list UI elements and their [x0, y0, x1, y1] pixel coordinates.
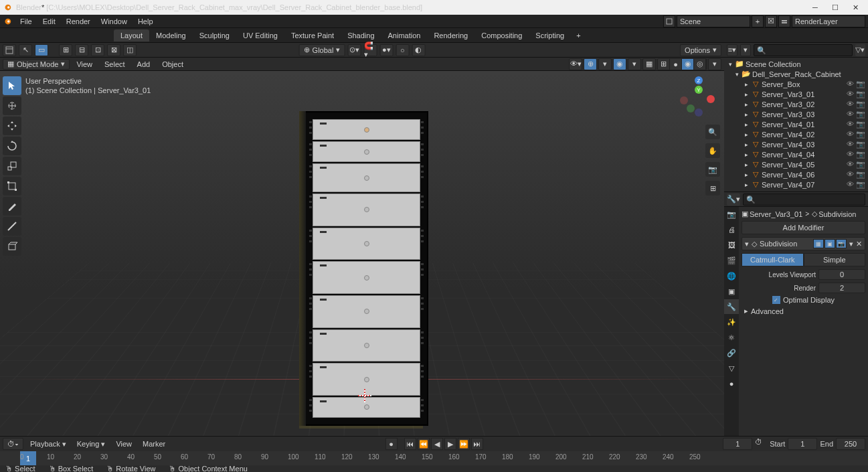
timeline-menu-marker[interactable]: Marker: [139, 440, 169, 448]
jump-next-key-button[interactable]: ⏩: [458, 438, 470, 450]
proportional-connected[interactable]: ◐: [412, 44, 425, 56]
outliner-search-input[interactable]: [754, 44, 853, 56]
vp-menu-view[interactable]: View: [71, 60, 98, 68]
mod-delete[interactable]: ✕: [856, 240, 862, 248]
outliner-item[interactable]: ▸▽Server_Var3_03👁📷: [724, 109, 868, 119]
tab-texture-paint[interactable]: Texture Paint: [284, 29, 341, 42]
nav-gizmo[interactable]: Z Y: [679, 76, 716, 114]
outliner-item[interactable]: ▸▽Server_Var3_02👁📷: [724, 99, 868, 109]
camera-icon[interactable]: 📷: [856, 140, 865, 149]
mod-display-edit[interactable]: ▦: [813, 239, 824, 248]
eye-icon[interactable]: 👁: [845, 80, 855, 88]
outliner-item[interactable]: ▸▽Server_Var4_02👁📷: [724, 129, 868, 139]
prop-tab-output[interactable]: 🖨: [724, 222, 739, 237]
proportional-falloff[interactable]: ○: [396, 44, 409, 56]
prop-tab-object[interactable]: ▣: [724, 284, 739, 299]
outliner-item[interactable]: ▸▽Server_Var4_01👁📷: [724, 119, 868, 129]
camera-icon[interactable]: 📷: [856, 170, 865, 179]
prop-tab-mesh[interactable]: ▽: [724, 361, 739, 376]
tab-scripting[interactable]: Scripting: [529, 29, 571, 42]
subdiv-simple[interactable]: Simple: [804, 253, 866, 266]
scene-name-input[interactable]: [677, 15, 750, 27]
menu-window[interactable]: Window: [96, 17, 133, 25]
eye-icon[interactable]: 👁: [845, 110, 855, 119]
tool-cursor[interactable]: [3, 96, 21, 115]
editor-type-button[interactable]: [3, 44, 16, 56]
gizmo-dropdown[interactable]: ▾: [598, 58, 612, 70]
gizmo-neg-x[interactable]: [680, 96, 688, 104]
menu-help[interactable]: Help: [133, 17, 159, 25]
timeline-ruler[interactable]: 1 01020304050607080901001101201301401501…: [0, 451, 868, 465]
tool-rotate[interactable]: [3, 137, 21, 155]
close-button[interactable]: ✕: [845, 0, 865, 15]
select-tool-icon[interactable]: ▭: [35, 44, 48, 56]
eye-icon[interactable]: 👁: [845, 150, 855, 159]
outliner-item[interactable]: ▸▽Server_Var4_04👁📷: [724, 149, 868, 159]
outliner-scene-collection[interactable]: ▾📁Scene Collection: [724, 59, 868, 69]
eye-icon[interactable]: 👁: [845, 180, 855, 189]
tab-uv-editing[interactable]: UV Editing: [236, 29, 284, 42]
visibility-dropdown[interactable]: 👁▾: [569, 58, 582, 70]
menu-file[interactable]: File: [15, 17, 37, 25]
prop-tab-world[interactable]: 🌐: [724, 268, 739, 283]
mod-display-real[interactable]: ▣: [824, 239, 835, 248]
maximize-button[interactable]: ☐: [825, 0, 845, 15]
outliner-tree[interactable]: ▾📁Scene Collection ▾📂Dell_Server_Rack_Ca…: [724, 58, 868, 191]
timeline-menu-keying[interactable]: Keying ▾: [73, 440, 110, 449]
camera-icon[interactable]: 📷: [856, 120, 865, 129]
viewlayer-browse-button[interactable]: [778, 15, 790, 27]
play-reverse-button[interactable]: ◀: [431, 438, 443, 450]
properties-editor-type[interactable]: 🔧▾: [727, 193, 740, 206]
vp-menu-object[interactable]: Object: [157, 60, 189, 68]
server-rack-model[interactable]: [305, 111, 428, 426]
gizmo-z-axis[interactable]: Z: [695, 76, 703, 84]
proportional-dropdown[interactable]: ●▾: [379, 44, 393, 56]
tool-measure[interactable]: [3, 217, 21, 236]
camera-icon[interactable]: 📷: [856, 160, 865, 169]
start-frame-input[interactable]: 1: [788, 438, 817, 450]
vp-menu-add[interactable]: Add: [132, 60, 156, 68]
orientation-dropdown[interactable]: ⊕Global▾: [299, 44, 345, 56]
shading-material[interactable]: ◉: [682, 59, 694, 70]
outliner-collection[interactable]: ▾📂Dell_Server_Rack_Cabinet: [724, 69, 868, 79]
modifier-header[interactable]: ▾◇ Subdivision ▦ ▣ 📷 ▾ ✕: [742, 237, 865, 250]
timeline-editor-type[interactable]: ⏱▾: [3, 438, 23, 450]
prop-tab-scene[interactable]: 🎬: [724, 253, 739, 268]
advanced-panel-toggle[interactable]: ▸Advanced: [742, 307, 865, 315]
overlay-toggle[interactable]: ◉: [613, 58, 626, 70]
tab-layout[interactable]: Layout: [114, 29, 149, 42]
viewport-3d[interactable]: User Perspective (1) Scene Collection | …: [0, 71, 724, 436]
overlay-dropdown[interactable]: ▾: [628, 58, 641, 70]
prop-tab-modifier[interactable]: 🔧: [724, 299, 739, 314]
snap-toggle-4[interactable]: ⊠: [107, 44, 120, 56]
timeline-menu-playback[interactable]: Playback ▾: [26, 440, 70, 449]
shading-rendered[interactable]: ◎: [694, 59, 706, 70]
camera-icon[interactable]: 📷: [856, 90, 865, 98]
add-modifier-button[interactable]: Add Modifier: [742, 221, 865, 234]
tab-modeling[interactable]: Modeling: [149, 29, 193, 42]
eye-icon[interactable]: 👁: [845, 100, 855, 108]
outliner-item[interactable]: ▸▽Server_Var4_06👁📷: [724, 169, 868, 179]
tab-compositing[interactable]: Compositing: [474, 29, 529, 42]
snap-toggle-1[interactable]: ⊞: [59, 44, 72, 56]
outliner-item[interactable]: ▸▽Server_Var4_07👁📷: [724, 179, 868, 189]
mod-dropdown[interactable]: ▾: [849, 240, 853, 248]
tab-sculpting[interactable]: Sculpting: [193, 29, 236, 42]
current-frame-input[interactable]: 1: [723, 438, 752, 450]
camera-icon[interactable]: 📷: [856, 110, 865, 119]
snap-toggle-3[interactable]: ⊡: [91, 44, 104, 56]
outliner-filter-button[interactable]: ▽▾: [855, 44, 865, 56]
preview-range-button[interactable]: ⏱: [755, 438, 767, 450]
prop-tab-constraint[interactable]: 🔗: [724, 345, 739, 360]
scene-delete-button[interactable]: ☒: [765, 15, 777, 27]
minimize-button[interactable]: ─: [805, 0, 825, 15]
camera-icon[interactable]: 📷: [856, 100, 865, 108]
gizmo-x-axis[interactable]: [707, 95, 715, 103]
tool-select-box[interactable]: [3, 76, 21, 95]
prop-tab-physics[interactable]: ⚛: [724, 330, 739, 345]
shading-wireframe[interactable]: ⊞: [658, 59, 670, 70]
outliner-editor-type[interactable]: ≡▾: [727, 44, 737, 56]
eye-icon[interactable]: 👁: [845, 140, 855, 149]
tool-add[interactable]: [3, 237, 21, 256]
gizmo-neg-y[interactable]: [687, 104, 695, 112]
